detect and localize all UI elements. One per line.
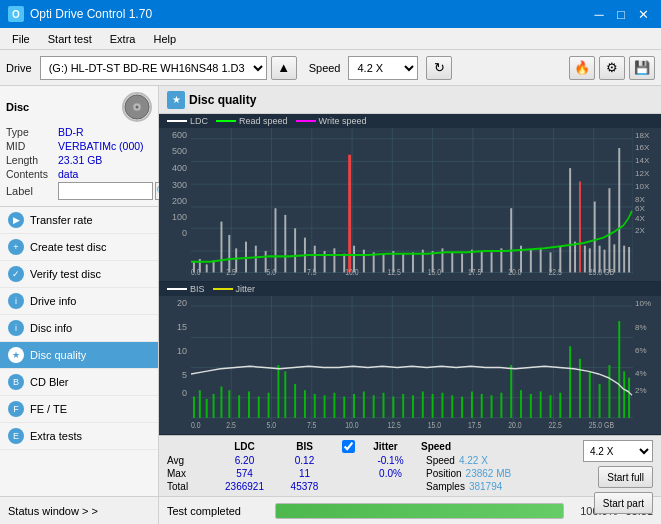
sidebar-item-drive-info[interactable]: i Drive info xyxy=(0,288,158,315)
drive-select[interactable]: (G:) HL-DT-ST BD-RE WH16NS48 1.D3 xyxy=(40,56,267,80)
disc-label-label: Label xyxy=(6,185,58,197)
total-samples-label: Samples xyxy=(426,481,465,492)
svg-rect-63 xyxy=(510,208,512,272)
menu-bar: File Start test Extra Help xyxy=(0,28,661,50)
close-button[interactable]: ✕ xyxy=(633,4,653,24)
svg-rect-138 xyxy=(333,393,335,418)
sidebar-item-cd-bler[interactable]: B CD Bler xyxy=(0,369,158,396)
svg-rect-132 xyxy=(277,365,279,418)
max-label: Max xyxy=(167,468,212,479)
svg-rect-147 xyxy=(422,392,424,418)
svg-rect-164 xyxy=(589,371,591,417)
svg-text:7.5: 7.5 xyxy=(307,267,317,275)
nav-label-verify-test-disc: Verify test disc xyxy=(30,268,101,280)
start-full-button[interactable]: Start full xyxy=(598,466,653,488)
svg-rect-123 xyxy=(199,390,201,418)
sidebar-item-create-test-disc[interactable]: + Create test disc xyxy=(0,234,158,261)
svg-text:300: 300 xyxy=(172,180,187,190)
nav-label-disc-quality: Disc quality xyxy=(30,349,86,361)
charts-area: LDC Read speed Write speed 6 xyxy=(159,114,661,435)
svg-text:15.0: 15.0 xyxy=(428,267,442,275)
sidebar-item-extra-tests[interactable]: E Extra tests xyxy=(0,423,158,450)
jitter-checkbox[interactable] xyxy=(342,440,355,453)
sidebar-item-disc-info[interactable]: i Disc info xyxy=(0,315,158,342)
start-part-button[interactable]: Start part xyxy=(594,492,653,514)
svg-rect-139 xyxy=(343,397,345,418)
svg-text:14X: 14X xyxy=(635,156,650,165)
maximize-button[interactable]: □ xyxy=(611,4,631,24)
svg-text:20: 20 xyxy=(177,298,187,308)
menu-start-test[interactable]: Start test xyxy=(40,31,100,47)
disc-section-title: Disc xyxy=(6,101,29,113)
svg-text:18X: 18X xyxy=(635,131,650,140)
svg-text:10X: 10X xyxy=(635,182,650,191)
svg-rect-150 xyxy=(451,395,453,418)
svg-rect-165 xyxy=(599,384,601,418)
stat-jitter-checkbox-area xyxy=(342,440,355,453)
svg-text:200: 200 xyxy=(172,196,187,206)
read-color xyxy=(216,120,236,122)
svg-text:2.5: 2.5 xyxy=(226,267,236,275)
save-button[interactable]: 💾 xyxy=(629,56,655,80)
chart2-legend: BIS Jitter xyxy=(159,282,661,296)
svg-text:15.0: 15.0 xyxy=(428,420,442,428)
drive-label: Drive xyxy=(6,62,32,74)
cd-bler-icon: B xyxy=(8,374,24,390)
svg-rect-71 xyxy=(579,181,581,272)
burn-button[interactable]: 🔥 xyxy=(569,56,595,80)
sidebar-item-transfer-rate[interactable]: ▶ Transfer rate xyxy=(0,207,158,234)
sidebar-item-verify-test-disc[interactable]: ✓ Verify test disc xyxy=(0,261,158,288)
disc-quality-header-icon: ★ xyxy=(167,91,185,109)
refresh-button[interactable]: ↻ xyxy=(426,56,452,80)
disc-label-input[interactable] xyxy=(58,182,153,200)
svg-rect-169 xyxy=(628,378,630,418)
svg-rect-163 xyxy=(579,359,581,418)
sidebar-item-disc-quality[interactable]: ★ Disc quality xyxy=(0,342,158,369)
app-title: Opti Drive Control 1.70 xyxy=(30,7,152,21)
title-bar: O Opti Drive Control 1.70 ─ □ ✕ xyxy=(0,0,661,28)
disc-info-icon: i xyxy=(8,320,24,336)
speed-combo-select[interactable]: 4.2 X xyxy=(583,440,653,462)
svg-rect-145 xyxy=(402,394,404,418)
svg-text:12X: 12X xyxy=(635,169,650,178)
svg-rect-134 xyxy=(294,384,296,418)
svg-text:22.5: 22.5 xyxy=(549,267,563,275)
svg-rect-124 xyxy=(206,399,208,418)
svg-rect-57 xyxy=(451,252,453,272)
ldc-label: LDC xyxy=(190,116,208,126)
svg-rect-167 xyxy=(618,321,620,418)
menu-file[interactable]: File xyxy=(4,31,38,47)
eject-button[interactable]: ▲ xyxy=(271,56,297,80)
nav-label-create-test-disc: Create test disc xyxy=(30,241,106,253)
svg-text:6%: 6% xyxy=(635,346,647,355)
speed-label: Speed xyxy=(309,62,341,74)
svg-rect-66 xyxy=(540,248,542,272)
minimize-button[interactable]: ─ xyxy=(589,4,609,24)
write-label: Write speed xyxy=(319,116,367,126)
right-controls: 4.2 X Start full Start part xyxy=(583,440,653,514)
max-bis: 11 xyxy=(277,468,332,479)
speed-select[interactable]: 4.2 X xyxy=(348,56,418,80)
status-window-button[interactable]: Status window > > xyxy=(0,496,158,524)
svg-text:0.0: 0.0 xyxy=(191,267,201,275)
svg-text:6X: 6X xyxy=(635,204,645,213)
menu-extra[interactable]: Extra xyxy=(102,31,144,47)
legend-ldc: LDC xyxy=(167,116,208,126)
sidebar-nav: ▶ Transfer rate + Create test disc ✓ Ver… xyxy=(0,207,158,496)
disc-label-row: Label 🔍 xyxy=(6,182,152,200)
stat-jitter-header: Jitter xyxy=(358,441,413,452)
svg-rect-61 xyxy=(491,252,493,272)
disc-length-row: Length 23.31 GB xyxy=(6,154,152,166)
avg-speed-label: Speed xyxy=(426,455,455,466)
disc-quality-title: Disc quality xyxy=(189,93,256,107)
svg-rect-70 xyxy=(574,242,576,273)
settings-button[interactable]: ⚙ xyxy=(599,56,625,80)
extra-tests-icon: E xyxy=(8,428,24,444)
svg-text:8%: 8% xyxy=(635,323,647,332)
svg-rect-126 xyxy=(220,387,222,418)
legend-jitter: Jitter xyxy=(213,284,256,294)
sidebar-item-fe-te[interactable]: F FE / TE xyxy=(0,396,158,423)
menu-help[interactable]: Help xyxy=(145,31,184,47)
svg-text:10.0: 10.0 xyxy=(345,267,359,275)
disc-length-label: Length xyxy=(6,154,58,166)
